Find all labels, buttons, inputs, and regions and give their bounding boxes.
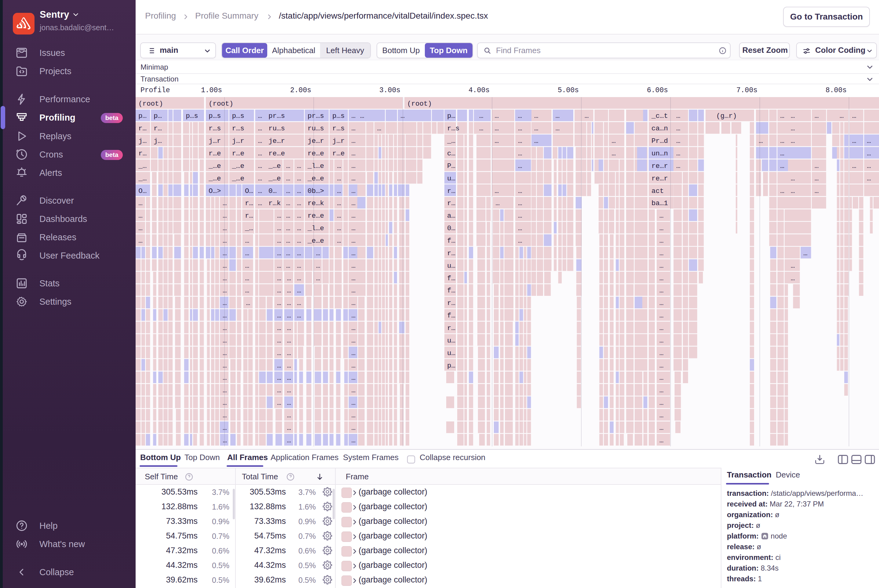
svg-text:…: … bbox=[660, 224, 664, 232]
svg-text:…: … bbox=[352, 237, 356, 245]
svg-text:…: … bbox=[222, 274, 227, 282]
svg-text:…: … bbox=[287, 362, 291, 370]
svg-text:ru…s: ru…s bbox=[308, 124, 324, 132]
svg-text:…: … bbox=[222, 436, 227, 444]
svg-text:_…e: _…e bbox=[208, 175, 221, 183]
svg-text:…: … bbox=[352, 249, 356, 257]
svg-text:_l…e: _l…e bbox=[307, 224, 324, 232]
svg-text:…: … bbox=[495, 200, 500, 207]
svg-text:…: … bbox=[138, 237, 143, 245]
svg-text:…: … bbox=[277, 337, 281, 345]
svg-text:…: … bbox=[297, 312, 302, 320]
svg-text:…: … bbox=[352, 274, 356, 282]
svg-text:…: … bbox=[840, 112, 844, 120]
svg-text:O…: O… bbox=[245, 187, 253, 195]
svg-text:0…: 0… bbox=[269, 187, 277, 195]
svg-text:…: … bbox=[352, 187, 356, 195]
svg-text:_e…e: _e…e bbox=[307, 175, 324, 183]
svg-text:…: … bbox=[791, 274, 795, 282]
svg-text:_…e: _…e bbox=[232, 162, 245, 170]
svg-text:…: … bbox=[258, 162, 262, 170]
svg-text:…: … bbox=[676, 112, 681, 120]
svg-text:pr…s: pr…s bbox=[269, 112, 285, 120]
svg-text:f…: f… bbox=[447, 274, 455, 282]
svg-text:…: … bbox=[138, 212, 143, 220]
svg-text:_…: _… bbox=[447, 137, 455, 145]
svg-text:r…: r… bbox=[245, 212, 253, 220]
svg-text:…: … bbox=[660, 349, 664, 357]
svg-text:…: … bbox=[534, 124, 538, 132]
svg-text:…: … bbox=[352, 374, 356, 382]
svg-text:…: … bbox=[352, 362, 356, 370]
svg-text:j…r: j…r bbox=[209, 137, 221, 145]
svg-text:…: … bbox=[352, 286, 356, 295]
svg-text:…: … bbox=[286, 249, 290, 257]
svg-text:…: … bbox=[277, 312, 281, 320]
svg-text:act: act bbox=[651, 187, 664, 195]
svg-text:…: … bbox=[277, 237, 281, 245]
svg-text:…: … bbox=[246, 299, 251, 307]
svg-text:p…: p… bbox=[153, 112, 162, 120]
svg-text:…: … bbox=[287, 411, 291, 420]
svg-text:_l…e: _l…e bbox=[307, 162, 324, 170]
svg-text:re…k: re…k bbox=[308, 200, 324, 207]
svg-text:…: … bbox=[286, 187, 290, 195]
svg-text:(root): (root) bbox=[138, 100, 163, 108]
svg-text:…: … bbox=[479, 112, 484, 120]
svg-text:…: … bbox=[316, 262, 320, 270]
svg-text:re…e: re…e bbox=[269, 150, 285, 158]
svg-text:…: … bbox=[287, 299, 291, 307]
svg-text:r…k: r…k bbox=[269, 200, 281, 207]
svg-text:un…n: un…n bbox=[651, 150, 668, 158]
svg-text:…: … bbox=[222, 312, 227, 320]
svg-text:…: … bbox=[780, 137, 784, 145]
svg-text:…: … bbox=[287, 399, 291, 407]
svg-text:…: … bbox=[222, 337, 227, 345]
svg-text:r…e: r…e bbox=[232, 150, 245, 158]
svg-text:r…: r… bbox=[447, 324, 455, 332]
svg-text:j…r: j…r bbox=[232, 137, 245, 145]
svg-text:…: … bbox=[780, 187, 784, 195]
svg-text:ba…1: ba…1 bbox=[651, 200, 668, 207]
svg-text:…: … bbox=[352, 424, 356, 432]
svg-text:r…: r… bbox=[245, 200, 253, 207]
svg-text:…: … bbox=[518, 124, 522, 132]
svg-text:…: … bbox=[660, 312, 664, 320]
svg-text:…: … bbox=[867, 175, 871, 183]
svg-text:…: … bbox=[287, 436, 291, 444]
svg-text:…: … bbox=[660, 374, 664, 382]
svg-text:…: … bbox=[297, 286, 302, 295]
svg-text:…: … bbox=[277, 286, 281, 295]
svg-text:…: … bbox=[337, 237, 341, 245]
svg-text:…: … bbox=[277, 399, 281, 407]
svg-text:…: … bbox=[222, 411, 227, 420]
svg-text:…: … bbox=[337, 224, 341, 232]
svg-text:…: … bbox=[277, 387, 281, 394]
svg-text:…: … bbox=[337, 187, 341, 195]
svg-text:…: … bbox=[791, 262, 795, 270]
svg-text:re…r: re…r bbox=[651, 162, 668, 170]
svg-text:…: … bbox=[277, 349, 281, 357]
svg-text:…: … bbox=[277, 274, 281, 282]
svg-text:…: … bbox=[277, 262, 281, 270]
svg-text:…: … bbox=[297, 249, 302, 257]
svg-text:…: … bbox=[287, 387, 291, 394]
svg-text:…: … bbox=[297, 200, 302, 207]
svg-text:…: … bbox=[222, 387, 227, 394]
svg-text:…: … bbox=[222, 399, 227, 407]
svg-text:u…: u… bbox=[447, 262, 455, 270]
svg-text:…: … bbox=[258, 187, 262, 195]
svg-text:…: … bbox=[518, 150, 522, 158]
svg-text:ca…n: ca…n bbox=[651, 124, 668, 132]
svg-text:…: … bbox=[222, 262, 227, 270]
svg-text:…: … bbox=[495, 124, 499, 132]
svg-text:…: … bbox=[377, 124, 382, 132]
svg-text:…: … bbox=[352, 137, 356, 145]
svg-text:…: … bbox=[352, 200, 356, 207]
svg-text:p…s: p…s bbox=[332, 112, 345, 120]
svg-text:j…: j… bbox=[138, 137, 147, 145]
svg-text:…: … bbox=[660, 337, 664, 345]
svg-text:…: … bbox=[222, 424, 227, 432]
svg-text:…: … bbox=[518, 137, 522, 145]
svg-text:(root): (root) bbox=[407, 100, 432, 108]
